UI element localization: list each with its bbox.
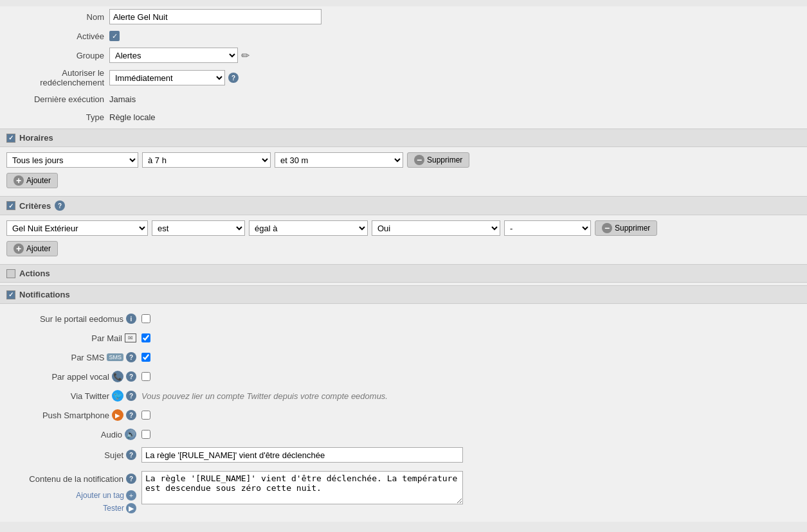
- schedules-checkbox[interactable]: ✓: [6, 134, 15, 143]
- content-help-icon[interactable]: ?: [126, 474, 136, 484]
- schedule-supprimer-button[interactable]: − Supprimer: [407, 152, 469, 168]
- vocal-row: Par appel vocal 📞 ?: [6, 367, 801, 386]
- group-row: Groupe Alertes ✏: [0, 45, 807, 66]
- schedule-row: Tous les jours à 7 h et 30 m − Supprimer: [6, 152, 801, 168]
- mail-row: Par Mail ✉: [6, 328, 801, 348]
- criteria-operator-select[interactable]: est: [152, 220, 245, 236]
- criteria-value-select[interactable]: Oui: [372, 220, 500, 236]
- vocal-label: Par appel vocal 📞 ?: [13, 371, 141, 382]
- retrigger-field-value: Immédiatement ?: [109, 70, 239, 85]
- portal-label: Sur le portail eedomus i: [13, 314, 141, 324]
- subject-row: Sujet ?: [6, 444, 801, 466]
- type-value: Règle locale: [109, 112, 156, 122]
- content-control: La règle '[RULE_NAME]' vient d'être décl…: [141, 471, 463, 504]
- form-container: Nom Activée ✓ Groupe Alertes ✏: [0, 6, 807, 522]
- name-input[interactable]: [109, 9, 322, 24]
- criteria-area: Gel Nuit Extérieur est égal à Oui - − Su…: [0, 215, 807, 262]
- vocal-help-icon[interactable]: ?: [126, 371, 136, 382]
- audio-icon: 🔊: [125, 429, 136, 440]
- retrigger-select[interactable]: Immédiatement: [109, 70, 225, 85]
- sms-checkbox[interactable]: [141, 353, 150, 362]
- mail-checkbox[interactable]: [141, 333, 150, 342]
- name-label: Nom: [6, 12, 109, 22]
- twitter-help-icon[interactable]: ?: [126, 391, 136, 401]
- schedule-hour-select[interactable]: à 7 h: [142, 152, 271, 168]
- group-select[interactable]: Alertes: [109, 48, 238, 63]
- vocal-control: [141, 372, 150, 381]
- audio-checkbox[interactable]: [141, 430, 150, 439]
- push-icon: ▶: [112, 409, 123, 421]
- notifications-label: Notifications: [19, 290, 70, 299]
- push-help-icon[interactable]: ?: [126, 410, 136, 420]
- notifications-header: ✓ Notifications: [0, 285, 807, 304]
- vocal-checkbox[interactable]: [141, 372, 150, 381]
- name-row: Nom: [0, 6, 807, 27]
- content-row: Contenu de la notification ? Ajouter un …: [6, 466, 801, 517]
- last-exec-label: Dernière exécution: [6, 94, 109, 104]
- twitter-row: Via Twitter 🐦 ? Vous pouvez lier un comp…: [6, 386, 801, 405]
- push-checkbox[interactable]: [141, 411, 150, 420]
- portal-help-icon[interactable]: i: [126, 314, 136, 324]
- schedules-area: Tous les jours à 7 h et 30 m − Supprimer…: [0, 147, 807, 193]
- portal-checkbox[interactable]: [141, 314, 150, 323]
- edit-group-icon[interactable]: ✏: [241, 49, 249, 62]
- test-link[interactable]: Tester ▶: [103, 503, 136, 513]
- sms-help-icon[interactable]: ?: [126, 352, 136, 362]
- type-label: Type: [6, 112, 109, 122]
- phone-icon: 📞: [112, 371, 123, 382]
- actions-label: Actions: [19, 269, 50, 278]
- schedule-ajouter-button[interactable]: + Ajouter: [6, 173, 58, 188]
- schedule-minute-select[interactable]: et 30 m: [275, 152, 403, 168]
- content-textarea[interactable]: La règle '[RULE_NAME]' vient d'être décl…: [141, 471, 463, 504]
- criteria-field-select[interactable]: Gel Nuit Extérieur: [6, 220, 148, 236]
- subject-help-icon[interactable]: ?: [126, 450, 136, 460]
- portal-control: [141, 314, 150, 323]
- subject-label: Sujet ?: [13, 450, 141, 460]
- criteria-minus-icon: −: [602, 223, 612, 233]
- notifications-checkbox[interactable]: ✓: [6, 290, 15, 299]
- subject-control: [141, 447, 463, 463]
- sms-label: Par SMS SMS ?: [13, 352, 141, 362]
- criteria-ajouter-button[interactable]: + Ajouter: [6, 241, 58, 256]
- sms-control: [141, 353, 150, 362]
- activated-label: Activée: [6, 31, 109, 41]
- criteria-comparison-select[interactable]: égal à: [249, 220, 368, 236]
- schedules-label: Horaires: [19, 133, 53, 143]
- retrigger-label: Autoriser le redéclenchement: [6, 68, 109, 87]
- criteria-checkbox[interactable]: ✓: [6, 201, 15, 210]
- group-label: Groupe: [6, 51, 109, 60]
- twitter-control: Vous pouvez lier un compte Twitter depui…: [141, 391, 388, 401]
- content-actions: Ajouter un tag + Tester ▶: [76, 490, 136, 513]
- subject-input[interactable]: [141, 447, 463, 463]
- criteria-label: Critères: [19, 201, 51, 211]
- criteria-supprimer-button[interactable]: − Supprimer: [595, 220, 657, 236]
- criteria-extra-select[interactable]: -: [504, 220, 591, 236]
- criteria-header: ✓ Critères ?: [0, 196, 807, 215]
- actions-checkbox[interactable]: [6, 269, 15, 278]
- criteria-help-icon[interactable]: ?: [55, 200, 65, 211]
- schedule-frequency-select[interactable]: Tous les jours: [6, 152, 138, 168]
- twitter-icon: 🐦: [112, 390, 123, 402]
- activated-field-value: ✓: [109, 31, 120, 41]
- schedule-minus-icon: −: [414, 155, 424, 165]
- retrigger-help-icon[interactable]: ?: [228, 73, 239, 83]
- notifications-area: Sur le portail eedomus i Par Mail ✉: [0, 304, 807, 522]
- type-row: Type Règle locale: [0, 108, 807, 126]
- mail-label: Par Mail ✉: [13, 333, 141, 343]
- audio-label: Audio 🔊: [13, 429, 141, 440]
- name-field-value: [109, 9, 322, 24]
- portal-row: Sur le portail eedomus i: [6, 309, 801, 328]
- schedules-header: ✓ Horaires: [0, 129, 807, 147]
- audio-row: Audio 🔊: [6, 425, 801, 444]
- content-label: Contenu de la notification ? Ajouter un …: [13, 471, 141, 513]
- mail-icon: ✉: [125, 333, 136, 342]
- activated-row: Activée ✓: [0, 27, 807, 45]
- push-row: Push Smartphone ▶ ?: [6, 405, 801, 425]
- activated-checkbox[interactable]: ✓: [109, 31, 120, 41]
- page: Nom Activée ✓ Groupe Alertes ✏: [0, 0, 807, 532]
- last-exec-value: Jamais: [109, 94, 136, 104]
- push-label: Push Smartphone ▶ ?: [13, 409, 141, 421]
- add-tag-link[interactable]: Ajouter un tag +: [76, 490, 136, 501]
- group-field-value: Alertes ✏: [109, 48, 249, 63]
- last-exec-row: Dernière exécution Jamais: [0, 90, 807, 108]
